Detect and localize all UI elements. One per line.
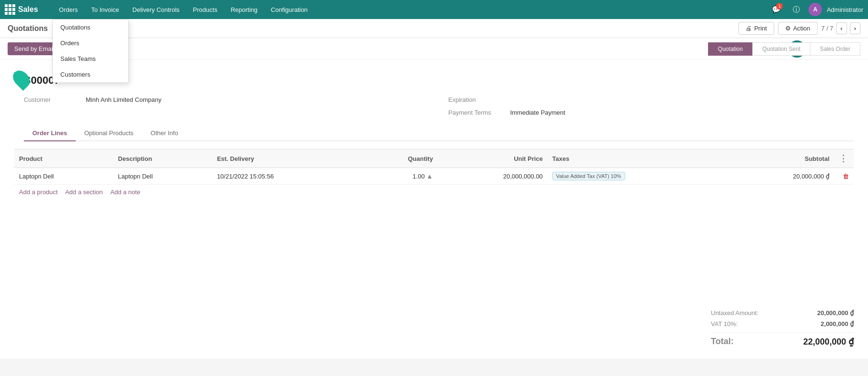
drop-indicator xyxy=(14,69,29,89)
totals-table: Untaxed Amount: 20,000,000 ₫ VAT 10%: 2,… xyxy=(711,307,854,349)
nav-delivery-controls[interactable]: Delivery Controls xyxy=(126,0,186,19)
nav-configuration[interactable]: Configuration xyxy=(264,0,314,19)
nav-orders-label: Orders xyxy=(59,6,78,13)
pagination: 7 / 7 ‹ › xyxy=(821,22,860,34)
grid-icon xyxy=(5,4,15,15)
cell-est-delivery[interactable]: 10/21/2022 15:05:56 xyxy=(212,168,360,185)
col-est-delivery: Est. Delivery xyxy=(212,149,360,168)
expiration-label: Expiration xyxy=(449,96,506,103)
info-icon-btn[interactable]: ⓘ xyxy=(788,2,804,17)
add-note-link[interactable]: Add a note xyxy=(110,188,140,196)
next-page-button[interactable]: › xyxy=(850,22,860,34)
admin-label[interactable]: Administrator xyxy=(827,6,863,13)
nav-delivery-label: Delivery Controls xyxy=(132,6,180,13)
step-sales-order[interactable]: Sales Order xyxy=(810,42,860,56)
toolbar: Quotations ✏ Edit + C 🖨 Print ⚙ Action 7… xyxy=(0,19,868,38)
dropdown-orders[interactable]: Orders xyxy=(53,35,128,51)
col-actions: ⋮ xyxy=(834,149,854,168)
step-quotation[interactable]: Quotation xyxy=(708,42,753,56)
payment-terms-value[interactable]: Immediate Payment xyxy=(510,109,566,116)
nav-to-invoice-label: To Invoice xyxy=(91,6,120,13)
totals-section: Untaxed Amount: 20,000,000 ₫ VAT 10%: 2,… xyxy=(0,298,868,358)
vat-row: VAT 10%: 2,000,000 ₫ xyxy=(711,318,854,329)
status-steps: Quotation Quotation Sent Sales Order xyxy=(708,42,860,56)
order-table: Product Description Est. Delivery Quanti… xyxy=(14,149,854,185)
app-name: Sales xyxy=(18,5,38,14)
nav-orders[interactable]: Orders Quotations Orders Sales Teams Cus… xyxy=(52,0,85,19)
print-icon: 🖨 xyxy=(746,25,752,32)
add-links: Add a product Add a section Add a note xyxy=(14,185,854,199)
customer-field: Customer Minh Anh Limited Company xyxy=(24,96,429,103)
dropdown-customers[interactable]: Customers xyxy=(53,67,128,82)
app-logo[interactable]: Sales xyxy=(5,4,48,15)
cell-row-actions: 🗑 xyxy=(834,168,854,185)
col-unit-price: Unit Price xyxy=(438,149,547,168)
nav-products-label: Products xyxy=(193,6,217,13)
customer-value[interactable]: Minh Anh Limited Company xyxy=(86,96,161,103)
cell-product[interactable]: Laptopn Dell xyxy=(14,168,113,185)
notification-badge: 1 xyxy=(776,3,783,10)
tab-other-info[interactable]: Other Info xyxy=(142,126,187,141)
tab-order-lines[interactable]: Order Lines xyxy=(24,126,76,141)
delete-row-icon[interactable]: 🗑 xyxy=(843,173,849,180)
forecast-chart-icon[interactable]: ▲ xyxy=(427,172,433,180)
toolbar-title: Quotations xyxy=(8,24,48,33)
expiration-field: Expiration xyxy=(449,96,854,103)
add-section-link[interactable]: Add a section xyxy=(65,188,103,196)
topnav-right: 💬 1 ⓘ A Administrator xyxy=(768,2,863,17)
add-product-link[interactable]: Add a product xyxy=(19,188,58,196)
orders-dropdown: Quotations Orders Sales Teams Customers xyxy=(52,19,129,83)
vat-label: VAT 10%: xyxy=(711,320,738,327)
col-taxes: Taxes xyxy=(548,149,731,168)
more-options-icon[interactable]: ⋮ xyxy=(839,154,848,163)
print-button[interactable]: 🖨 Print xyxy=(738,22,774,35)
avatar[interactable]: A xyxy=(808,3,822,16)
prev-page-button[interactable]: ‹ xyxy=(836,22,847,34)
dropdown-quotations[interactable]: Quotations xyxy=(53,20,128,35)
tab-optional-products[interactable]: Optional Products xyxy=(76,126,142,141)
col-description: Description xyxy=(113,149,212,168)
gear-icon: ⚙ xyxy=(785,25,791,32)
col-subtotal: Subtotal xyxy=(731,149,834,168)
total-row: Total: 22,000,000 ₫ xyxy=(711,332,854,349)
tabs: Order Lines Optional Products Other Info xyxy=(24,126,854,141)
form-fields: Customer Minh Anh Limited Company Expira… xyxy=(14,96,854,116)
nav-configuration-label: Configuration xyxy=(271,6,308,13)
total-value: 22,000,000 ₫ xyxy=(797,336,854,347)
status-bar: Send by Email Cancel 🌐 Customer Preview … xyxy=(0,38,868,60)
action-button[interactable]: ⚙ Action xyxy=(778,22,818,35)
payment-terms-label: Payment Terms xyxy=(449,109,506,116)
payment-terms-field: Payment Terms Immediate Payment xyxy=(449,109,854,116)
nav-reporting-label: Reporting xyxy=(230,6,257,13)
vat-value: 2,000,000 ₫ xyxy=(797,320,854,327)
main-content: S00007 Customer Minh Anh Limited Company… xyxy=(0,60,868,298)
untaxed-label: Untaxed Amount: xyxy=(711,309,758,317)
cell-unit-price[interactable]: 20,000,000.00 xyxy=(438,168,547,185)
cell-subtotal: 20,000,000 ₫ xyxy=(731,168,834,185)
step-quotation-sent[interactable]: Quotation Sent xyxy=(752,42,810,56)
untaxed-value: 20,000,000 ₫ xyxy=(797,309,854,317)
tax-badge: Value Added Tax (VAT) 10% xyxy=(552,172,625,180)
col-quantity: Quantity xyxy=(360,149,438,168)
nav-reporting[interactable]: Reporting xyxy=(224,0,264,19)
dropdown-sales-teams[interactable]: Sales Teams xyxy=(53,51,128,67)
quotation-id: S00007 xyxy=(14,74,854,87)
cell-description[interactable]: Laptopn Dell xyxy=(113,168,212,185)
spacer xyxy=(24,109,429,116)
table-row: Laptopn Dell Laptopn Dell 10/21/2022 15:… xyxy=(14,168,854,185)
messages-icon-btn[interactable]: 💬 1 xyxy=(768,2,784,17)
topnav: Sales Orders Quotations Orders Sales Tea… xyxy=(0,0,868,19)
drop-circle xyxy=(10,67,33,90)
nav-products[interactable]: Products xyxy=(186,0,224,19)
cell-quantity[interactable]: 1.00 ▲ xyxy=(360,168,438,185)
customer-label: Customer xyxy=(24,96,81,103)
nav-to-invoice[interactable]: To Invoice xyxy=(85,0,126,19)
total-label: Total: xyxy=(711,336,734,347)
cell-taxes: Value Added Tax (VAT) 10% xyxy=(548,168,731,185)
untaxed-amount-row: Untaxed Amount: 20,000,000 ₫ xyxy=(711,307,854,318)
col-product: Product xyxy=(14,149,113,168)
